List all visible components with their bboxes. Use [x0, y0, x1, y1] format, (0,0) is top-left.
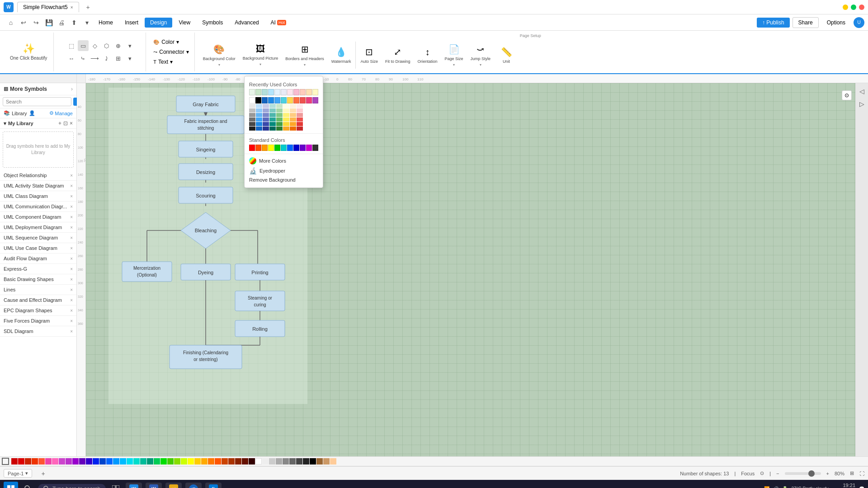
- share-button[interactable]: Share: [793, 17, 819, 28]
- tab-close-btn[interactable]: ×: [71, 5, 73, 10]
- remove-object-relationship[interactable]: ×: [70, 173, 73, 178]
- minimize-button[interactable]: [843, 5, 848, 10]
- panel-item-uml-usecase[interactable]: UML Use Case Diagram ×: [0, 243, 76, 253]
- remove-uml-sequence[interactable]: ×: [70, 235, 73, 240]
- palette-blue-indigo[interactable]: [86, 458, 92, 465]
- palette-dark-red-orange[interactable]: [228, 458, 235, 465]
- std-dark-blue[interactable]: [293, 145, 299, 151]
- shape-tool-1[interactable]: ▭: [78, 40, 89, 51]
- c-pink[interactable]: [306, 97, 312, 103]
- print-button[interactable]: 🖨: [56, 17, 67, 28]
- palette-green[interactable]: [154, 458, 160, 465]
- palette-dark-orange[interactable]: [208, 458, 214, 465]
- add-icon[interactable]: +: [58, 120, 61, 127]
- panel-item-uml-sequence[interactable]: UML Sequence Diagram ×: [0, 233, 76, 243]
- fullscreen-btn[interactable]: ⛶: [859, 471, 864, 476]
- watermark-button[interactable]: 💧 Watermark: [329, 45, 354, 66]
- swatch-9[interactable]: [300, 89, 306, 95]
- select-tool[interactable]: ⬚: [66, 40, 77, 51]
- color-edit-icon[interactable]: [2, 458, 9, 465]
- menu-home[interactable]: Home: [93, 18, 118, 28]
- connector-dropdown[interactable]: ▾: [125, 53, 136, 64]
- palette-gray4[interactable]: [289, 458, 296, 465]
- expand-window-icon[interactable]: ⊡: [63, 120, 68, 127]
- shape-tool-4[interactable]: ⊕: [113, 40, 124, 51]
- std-orange-red[interactable]: [255, 145, 261, 151]
- connector-tool-2[interactable]: ⤷: [78, 53, 89, 64]
- publish-button[interactable]: ↑ Publish: [757, 18, 790, 28]
- new-tab-button[interactable]: +: [83, 2, 94, 13]
- std-magenta[interactable]: [306, 145, 312, 151]
- canvas-area[interactable]: Gray Fabric Fabric inspection and stitch…: [86, 83, 855, 456]
- shape-dropdown[interactable]: ▾: [125, 40, 136, 51]
- palette-very-dark[interactable]: [249, 458, 255, 465]
- c-blue2[interactable]: [268, 97, 274, 103]
- notification-icon[interactable]: 💬: [859, 486, 864, 488]
- palette-orange-red[interactable]: [32, 458, 38, 465]
- zoom-out-btn[interactable]: −: [776, 471, 779, 476]
- fit-page-btn[interactable]: ⊞: [850, 470, 854, 476]
- palette-teal2[interactable]: [140, 458, 146, 465]
- connector-tool-1[interactable]: ↔: [66, 53, 77, 64]
- palette-black[interactable]: [310, 458, 316, 465]
- background-picture-button[interactable]: 🖼 Background Picture ▾: [240, 42, 281, 68]
- undo-button[interactable]: ↩: [18, 17, 29, 28]
- borders-headers-button[interactable]: ⊞ Borders and Headers ▾: [283, 42, 327, 69]
- remove-epc[interactable]: ×: [70, 308, 73, 313]
- swatch-8[interactable]: [293, 89, 299, 95]
- eyedropper-row[interactable]: 🔬 Eyedropper: [245, 166, 323, 176]
- connector-tool-4[interactable]: ⤸: [101, 53, 112, 64]
- palette-sky-blue[interactable]: [113, 458, 119, 465]
- export-button[interactable]: ⬆: [69, 17, 80, 28]
- palette-coral[interactable]: [38, 458, 45, 465]
- remove-background-row[interactable]: Remove Background: [245, 176, 323, 184]
- remove-uml-component[interactable]: ×: [70, 215, 73, 220]
- palette-pink[interactable]: [52, 458, 58, 465]
- palette-pink-red[interactable]: [45, 458, 52, 465]
- std-green[interactable]: [274, 145, 280, 151]
- auto-size-button[interactable]: ⊡ Auto Size: [358, 45, 381, 66]
- swatch-1[interactable]: [249, 89, 255, 95]
- palette-gray2[interactable]: [276, 458, 282, 465]
- add-page-button[interactable]: +: [38, 469, 48, 478]
- c-yellow[interactable]: [287, 97, 293, 103]
- palette-red-orange[interactable]: [215, 458, 221, 465]
- palette-gray6[interactable]: [303, 458, 309, 465]
- taskbar-search-button[interactable]: [22, 483, 34, 488]
- panel-collapse-button[interactable]: ›: [71, 86, 73, 92]
- std-cyan[interactable]: [281, 145, 287, 151]
- menu-insert[interactable]: Insert: [119, 18, 144, 28]
- palette-purple[interactable]: [66, 458, 72, 465]
- home-quick-icon[interactable]: ⌂: [5, 17, 16, 28]
- menu-view[interactable]: View: [173, 18, 196, 28]
- panel-item-audit-flow[interactable]: Audit Flow Diagram ×: [0, 253, 76, 264]
- panel-item-epc[interactable]: EPC Diagram Shapes ×: [0, 305, 76, 316]
- unit-button[interactable]: 📏 Unit: [495, 45, 518, 66]
- swatch-10[interactable]: [306, 89, 312, 95]
- swatch-7[interactable]: [287, 89, 293, 95]
- palette-gold[interactable]: [194, 458, 201, 465]
- c-blue1[interactable]: [262, 97, 268, 103]
- c-black[interactable]: [255, 97, 261, 103]
- c-white[interactable]: [249, 97, 255, 103]
- c-purple[interactable]: [312, 97, 318, 103]
- color-dropdown[interactable]: 🎨 Color ▾: [151, 38, 190, 46]
- menu-design[interactable]: Design: [145, 18, 172, 28]
- panel-item-sdl[interactable]: SDL Diagram ×: [0, 326, 76, 337]
- jump-style-button[interactable]: ⤻ Jump Style ▾: [468, 42, 494, 69]
- palette-red-dark[interactable]: [11, 458, 18, 465]
- panel-item-uml-activity[interactable]: UML Activity State Diagram ×: [0, 181, 76, 191]
- remove-uml-deployment[interactable]: ×: [70, 225, 73, 230]
- user-avatar[interactable]: U: [854, 17, 864, 28]
- close-button[interactable]: [859, 5, 864, 10]
- palette-bright-green[interactable]: [160, 458, 167, 465]
- palette-blue2[interactable]: [99, 458, 106, 465]
- palette-purple-pink[interactable]: [59, 458, 65, 465]
- panel-item-uml-component[interactable]: UML Component Diagram ×: [0, 212, 76, 222]
- remove-cause-effect[interactable]: ×: [70, 298, 73, 303]
- zoom-in-btn[interactable]: +: [826, 471, 829, 476]
- right-panel-icon-1[interactable]: ◁: [858, 87, 867, 96]
- palette-dark-purple[interactable]: [72, 458, 79, 465]
- std-indigo[interactable]: [300, 145, 306, 151]
- more-colors-row[interactable]: More Colors: [245, 156, 323, 166]
